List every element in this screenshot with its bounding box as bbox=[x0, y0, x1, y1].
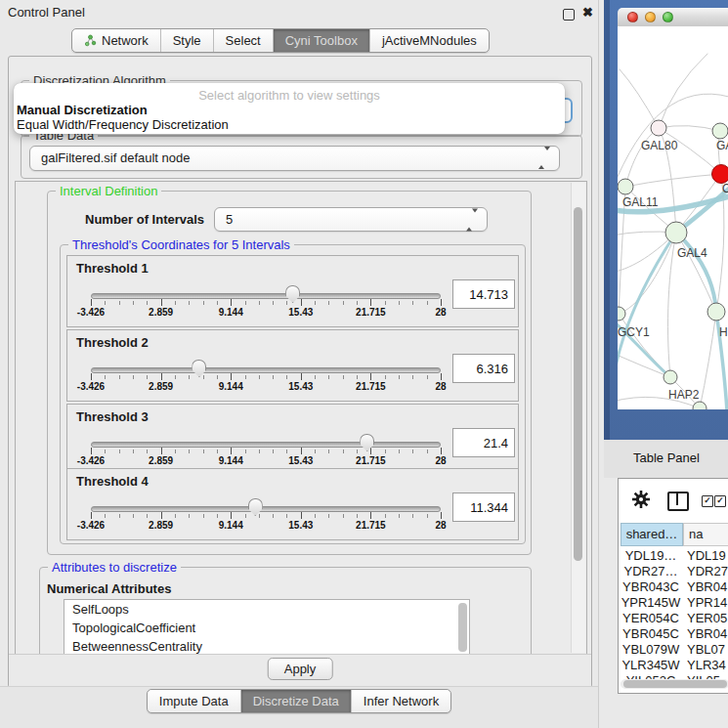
slider-tick-label: 15.43 bbox=[288, 381, 313, 392]
close-icon[interactable]: ✖ bbox=[582, 5, 593, 20]
table-row[interactable]: YDR27…YDR27 bbox=[619, 564, 728, 579]
network-node[interactable] bbox=[618, 307, 625, 321]
table-row[interactable]: YBR045CYBR04 bbox=[619, 626, 728, 642]
table-cell[interactable]: YBL079W bbox=[621, 642, 681, 658]
tab-impute-data[interactable]: Impute Data bbox=[148, 690, 240, 712]
tab-select[interactable]: Select bbox=[213, 29, 273, 52]
table-row[interactable]: YBR043CYBR04 bbox=[619, 579, 728, 595]
interval-definition-group: Interval Definition Number of Intervals … bbox=[47, 191, 532, 555]
tab-jactivemnodules[interactable]: jActiveMNodules bbox=[369, 29, 489, 52]
tab-style[interactable]: Style bbox=[160, 29, 213, 52]
table-row[interactable]: YDL19…YDL19 bbox=[619, 548, 728, 564]
network-window-titlebar[interactable] bbox=[618, 8, 728, 27]
scrollbar-thumb[interactable] bbox=[623, 680, 727, 688]
slider-tick bbox=[217, 450, 218, 453]
dropdown-item-equal-width-frequency[interactable]: Equal Width/Frequency Discretization bbox=[17, 117, 562, 132]
threshold-1-value-input[interactable] bbox=[452, 279, 515, 309]
slider-tick bbox=[399, 514, 400, 518]
network-edge bbox=[619, 314, 670, 377]
zoom-traffic-light-icon[interactable] bbox=[663, 12, 673, 22]
table-cell[interactable]: YBL07 bbox=[687, 642, 725, 658]
network-node[interactable] bbox=[707, 303, 725, 321]
network-node[interactable] bbox=[665, 222, 687, 243]
slider-tick bbox=[301, 512, 302, 519]
slider-tick bbox=[161, 448, 162, 454]
network-node[interactable] bbox=[618, 179, 633, 194]
number-of-intervals-combobox[interactable]: 5 bbox=[214, 207, 488, 232]
slider-tick bbox=[119, 514, 120, 518]
column-header-shared-name[interactable]: shared… bbox=[621, 523, 683, 546]
table-row[interactable]: YLR345WYLR34 bbox=[619, 658, 728, 673]
threshold-1-slider[interactable]: -3.4262.8599.14415.4321.71528 bbox=[91, 291, 441, 321]
table-cell[interactable]: YBR04 bbox=[687, 626, 727, 642]
table-cell[interactable]: YLR345W bbox=[621, 658, 681, 673]
table-row[interactable]: YBL079WYBL07 bbox=[619, 642, 728, 658]
float-window-icon[interactable] bbox=[563, 9, 575, 21]
network-canvas[interactable]: GAL80GALCGAL11GAL4GCY1HHAP2 bbox=[618, 26, 728, 409]
dropdown-item-manual-discretization[interactable]: Manual Discretization bbox=[17, 103, 562, 117]
table-data-combobox[interactable]: galFiltered.sif default node bbox=[29, 146, 560, 171]
list-item[interactable]: TopologicalCoefficient bbox=[64, 619, 469, 637]
list-scrollbar[interactable] bbox=[458, 603, 467, 652]
slider-tick bbox=[231, 373, 232, 380]
scrollbar-thumb[interactable] bbox=[574, 207, 582, 561]
table-cell[interactable]: YDL19… bbox=[621, 548, 681, 564]
attributes-group: Attributes to discretize Numerical Attri… bbox=[39, 567, 532, 656]
checkbox-icon[interactable]: ✓ bbox=[714, 495, 726, 507]
table-cell[interactable]: YDR27… bbox=[621, 564, 681, 579]
network-node[interactable] bbox=[712, 123, 728, 139]
network-node[interactable] bbox=[651, 120, 666, 136]
table-cell[interactable]: YBR045C bbox=[621, 626, 681, 642]
gear-icon[interactable] bbox=[630, 489, 652, 510]
slider-tick bbox=[133, 301, 134, 305]
slider-tick bbox=[217, 514, 218, 518]
network-node[interactable] bbox=[664, 370, 677, 384]
threshold-4-slider[interactable]: -3.4262.8599.14415.4321.71528 bbox=[91, 504, 441, 534]
slider-tick-label: -3.426 bbox=[77, 307, 105, 318]
threshold-3-value-input[interactable] bbox=[452, 428, 515, 457]
table-cell[interactable]: YPR14 bbox=[687, 595, 727, 611]
slider-tick bbox=[328, 375, 329, 379]
slider-tick bbox=[399, 301, 400, 305]
table-row[interactable]: YER054CYER05 bbox=[619, 611, 728, 626]
table-cell[interactable]: YDR27 bbox=[687, 564, 728, 579]
node-label: GAL4 bbox=[677, 246, 707, 260]
tab-discretize-data[interactable]: Discretize Data bbox=[240, 690, 351, 712]
close-traffic-light-icon[interactable] bbox=[627, 12, 638, 22]
table-cell[interactable]: YER054C bbox=[621, 611, 681, 626]
node-label: GAL11 bbox=[622, 195, 659, 209]
network-node[interactable] bbox=[712, 165, 728, 184]
tab-network[interactable]: Network bbox=[72, 29, 160, 52]
apply-button[interactable]: Apply bbox=[268, 658, 333, 680]
checkbox-icon[interactable]: ✓ bbox=[702, 495, 713, 507]
threshold-2-value-input[interactable] bbox=[452, 354, 515, 383]
table-cell[interactable]: YDL19 bbox=[687, 548, 726, 564]
network-edge bbox=[659, 54, 707, 128]
tab-infer-network[interactable]: Infer Network bbox=[351, 690, 450, 712]
table-cell[interactable]: YER05 bbox=[687, 611, 727, 626]
horizontal-scrollbar[interactable] bbox=[621, 679, 728, 689]
threshold-label: Threshold 2 bbox=[76, 335, 149, 350]
tab-cyni-toolbox[interactable]: Cyni Toolbox bbox=[273, 29, 369, 52]
slider-tick bbox=[385, 514, 386, 518]
table-cell[interactable]: YLR34 bbox=[687, 658, 726, 673]
threshold-2-slider[interactable]: -3.4262.8599.14415.4321.71528 bbox=[91, 365, 441, 395]
thresholds-group: Threshold's Coordinates for 5 Intervals … bbox=[60, 244, 526, 544]
list-item[interactable]: SelfLoops bbox=[64, 600, 469, 619]
control-panel: Control Panel ✖ Network Style bbox=[0, 0, 599, 728]
table-cell[interactable]: YBR043C bbox=[621, 579, 681, 595]
threshold-4-value-input[interactable] bbox=[452, 492, 515, 522]
column-header-name[interactable]: na bbox=[683, 523, 728, 546]
numerical-attributes-list[interactable]: SelfLoopsTopologicalCoefficientBetweenne… bbox=[64, 599, 470, 656]
vertical-scrollbar[interactable] bbox=[571, 183, 585, 653]
table-cell[interactable]: YBR04 bbox=[687, 579, 727, 595]
minimize-traffic-light-icon[interactable] bbox=[645, 12, 656, 22]
threshold-3-slider[interactable]: -3.4262.8599.14415.4321.71528 bbox=[91, 440, 441, 469]
node-label: H bbox=[719, 325, 728, 339]
cyni-mode-tabbar: Impute Data Discretize Data Infer Networ… bbox=[147, 689, 451, 713]
table-cell[interactable]: YPR145W bbox=[621, 595, 681, 611]
split-table-icon[interactable] bbox=[667, 492, 689, 511]
slider-tick-label: -3.426 bbox=[77, 381, 105, 392]
table-row[interactable]: YPR145WYPR14 bbox=[619, 595, 728, 611]
slider-tick bbox=[427, 375, 428, 379]
